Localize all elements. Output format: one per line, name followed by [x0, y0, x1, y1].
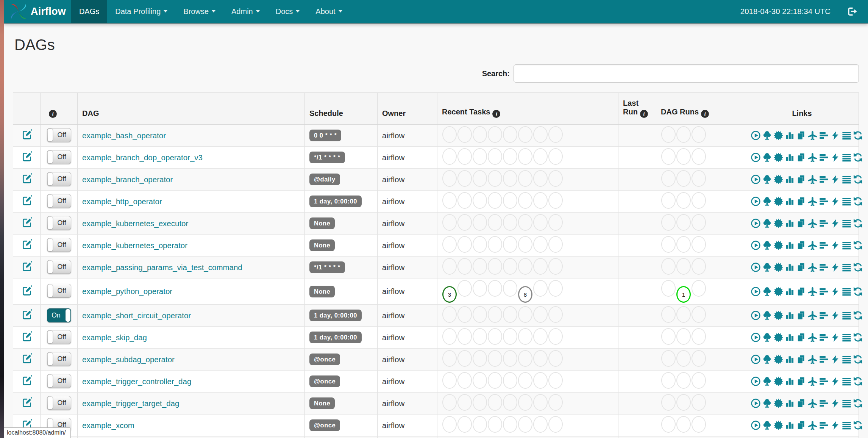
- trigger-dag-icon[interactable]: [751, 196, 761, 206]
- log-view-icon[interactable]: [841, 420, 852, 430]
- task-duration-icon[interactable]: [785, 240, 795, 250]
- task-duration-icon[interactable]: [785, 310, 795, 321]
- schedule-badge[interactable]: @once: [309, 354, 340, 365]
- tree-view-icon[interactable]: [762, 354, 772, 364]
- edit-dag-icon[interactable]: [21, 261, 33, 272]
- log-view-icon[interactable]: [841, 218, 852, 228]
- header-recent-tasks[interactable]: Recent Tasksi: [437, 93, 618, 125]
- task-state-circle[interactable]: [442, 306, 457, 323]
- graph-view-icon[interactable]: [773, 310, 784, 321]
- nav-item-browse[interactable]: Browse: [175, 0, 223, 23]
- refresh-icon[interactable]: [853, 420, 863, 430]
- tree-view-icon[interactable]: [762, 152, 772, 163]
- task-state-circle[interactable]: [473, 214, 487, 231]
- task-state-circle[interactable]: [518, 192, 532, 209]
- task-duration-icon[interactable]: [785, 398, 795, 408]
- task-state-circle[interactable]: [488, 416, 502, 433]
- landing-times-icon[interactable]: [807, 398, 818, 408]
- task-state-circle[interactable]: [503, 214, 517, 231]
- tree-view-icon[interactable]: [762, 332, 772, 343]
- dag-pause-toggle[interactable]: Off: [47, 260, 71, 274]
- task-tries-icon[interactable]: [796, 398, 806, 408]
- task-duration-icon[interactable]: [785, 420, 795, 430]
- task-state-circle[interactable]: [548, 258, 563, 275]
- log-view-icon[interactable]: [841, 332, 852, 343]
- task-state-circle[interactable]: [503, 416, 517, 433]
- task-state-circle[interactable]: 3: [442, 286, 457, 303]
- task-state-circle[interactable]: [518, 328, 532, 345]
- task-state-circle[interactable]: [518, 372, 532, 389]
- dag-run-circle[interactable]: [661, 214, 676, 231]
- trigger-dag-icon[interactable]: [751, 310, 761, 321]
- dag-pause-toggle[interactable]: Off: [47, 172, 71, 186]
- code-view-icon[interactable]: [830, 218, 840, 228]
- task-state-circle[interactable]: [548, 148, 563, 165]
- refresh-icon[interactable]: [853, 376, 863, 386]
- dag-run-circle[interactable]: [676, 258, 691, 275]
- task-state-circle[interactable]: [503, 192, 517, 209]
- refresh-icon[interactable]: [853, 310, 863, 321]
- dag-run-circle[interactable]: [661, 126, 676, 143]
- task-tries-icon[interactable]: [796, 262, 806, 272]
- task-state-circle[interactable]: [533, 148, 548, 165]
- task-state-circle[interactable]: [518, 394, 532, 411]
- refresh-icon[interactable]: [853, 130, 863, 141]
- task-state-circle[interactable]: [533, 372, 548, 389]
- dag-run-circle[interactable]: [692, 416, 706, 433]
- task-state-circle[interactable]: [518, 416, 532, 433]
- task-state-circle[interactable]: [548, 416, 563, 433]
- task-state-circle[interactable]: [457, 214, 472, 231]
- task-state-circle[interactable]: [473, 328, 487, 345]
- trigger-dag-icon[interactable]: [751, 332, 761, 343]
- edit-dag-icon[interactable]: [21, 195, 33, 206]
- task-state-circle[interactable]: [473, 148, 487, 165]
- dag-link[interactable]: example_python_operator: [82, 287, 172, 296]
- dag-link[interactable]: example_xcom: [82, 421, 134, 430]
- schedule-badge[interactable]: None: [309, 239, 335, 251]
- task-state-circle[interactable]: [548, 350, 563, 367]
- code-view-icon[interactable]: [830, 398, 840, 408]
- dag-run-circle[interactable]: [661, 416, 676, 433]
- task-duration-icon[interactable]: [785, 174, 795, 185]
- tree-view-icon[interactable]: [762, 398, 772, 408]
- task-state-circle[interactable]: [442, 328, 457, 345]
- graph-view-icon[interactable]: [773, 218, 784, 228]
- refresh-icon[interactable]: [853, 174, 863, 185]
- code-view-icon[interactable]: [830, 332, 840, 343]
- task-duration-icon[interactable]: [785, 286, 795, 297]
- trigger-dag-icon[interactable]: [751, 152, 761, 163]
- task-state-circle[interactable]: [457, 372, 472, 389]
- task-state-circle[interactable]: [457, 170, 472, 187]
- gantt-view-icon[interactable]: [819, 332, 829, 343]
- header-last-run[interactable]: Last Runi: [618, 93, 656, 125]
- task-state-circle[interactable]: [548, 306, 563, 323]
- schedule-badge[interactable]: None: [309, 217, 335, 229]
- schedule-badge[interactable]: */1 * * * *: [309, 152, 345, 163]
- log-view-icon[interactable]: [841, 376, 852, 386]
- task-state-circle[interactable]: [473, 394, 487, 411]
- graph-view-icon[interactable]: [773, 152, 784, 163]
- header-dag-runs[interactable]: DAG Runsi: [656, 93, 745, 125]
- dag-pause-toggle[interactable]: Off: [47, 330, 71, 344]
- task-state-circle[interactable]: [488, 280, 502, 297]
- tree-view-icon[interactable]: [762, 130, 772, 141]
- task-state-circle[interactable]: [533, 170, 548, 187]
- dag-link[interactable]: example_http_operator: [82, 197, 162, 206]
- refresh-icon[interactable]: [853, 332, 863, 343]
- task-state-circle[interactable]: [442, 214, 457, 231]
- dag-link[interactable]: example_kubernetes_operator: [82, 241, 187, 250]
- task-state-circle[interactable]: [488, 372, 502, 389]
- gantt-view-icon[interactable]: [819, 420, 829, 430]
- task-state-circle[interactable]: [533, 258, 548, 275]
- log-view-icon[interactable]: [841, 240, 852, 250]
- dag-run-circle[interactable]: [661, 350, 676, 367]
- task-duration-icon[interactable]: [785, 218, 795, 228]
- dag-run-circle[interactable]: [676, 214, 691, 231]
- refresh-icon[interactable]: [853, 262, 863, 272]
- task-state-circle[interactable]: [533, 306, 548, 323]
- task-state-circle[interactable]: [533, 328, 548, 345]
- task-state-circle[interactable]: [548, 394, 563, 411]
- log-view-icon[interactable]: [841, 262, 852, 272]
- landing-times-icon[interactable]: [807, 262, 818, 272]
- graph-view-icon[interactable]: [773, 332, 784, 343]
